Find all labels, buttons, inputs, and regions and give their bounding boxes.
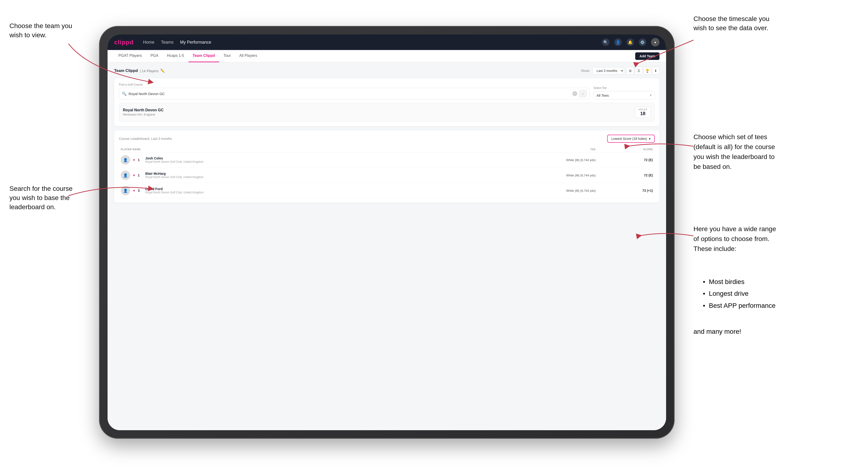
player-club-2: Royal North Devon Golf Club, United King… bbox=[145, 191, 204, 194]
annotation-tees: Choose which set of tees(default is all)… bbox=[693, 132, 775, 172]
tee-label: Select Tee bbox=[593, 86, 655, 90]
and-many-more: and many more! bbox=[693, 328, 741, 335]
player-avatar-0: 👤 bbox=[121, 155, 130, 165]
score-cell-2: 73 (+1) bbox=[597, 183, 655, 198]
search-section: Find a Golf Course 🔍 ✕ ☆ Select Tee All … bbox=[114, 78, 659, 126]
download-icon[interactable]: ⬇ bbox=[652, 67, 659, 74]
col-tee: TEE bbox=[465, 147, 597, 152]
course-search-input[interactable] bbox=[129, 92, 570, 96]
player-name-block-2: David Ford Royal North Devon Golf Club, … bbox=[145, 187, 204, 194]
tee-field: Select Tee All Tees ▾ bbox=[593, 86, 655, 99]
sub-nav-pga[interactable]: PGA bbox=[146, 50, 163, 62]
player-count: | 14 Players bbox=[140, 69, 158, 73]
nav-link-home[interactable]: Home bbox=[143, 40, 154, 45]
sub-nav-hcaps[interactable]: Hcaps 1-5 bbox=[163, 50, 188, 62]
tee-cell-1: White (M) (6,744 yds) bbox=[465, 168, 597, 183]
nav-icons: 🔍 👤 🔔 ⚙️ ● bbox=[602, 38, 659, 46]
avatar[interactable]: ● bbox=[651, 38, 659, 46]
search-row: Find a Golf Course 🔍 ✕ ☆ Select Tee All … bbox=[119, 83, 655, 99]
course-result: Royal North Devon GC Westward Ho!, Engla… bbox=[119, 103, 655, 121]
main-content: Team Clippd | 14 Players ✏️ Show: Last 3… bbox=[107, 62, 666, 430]
col-player: PLAYER NAME bbox=[119, 147, 465, 152]
sub-nav-all-players[interactable]: All Players bbox=[235, 50, 261, 62]
list-view-icon[interactable]: ☰ bbox=[635, 67, 643, 74]
player-name-2: David Ford bbox=[145, 187, 204, 191]
search-input-wrapper: 🔍 ✕ ☆ bbox=[119, 88, 590, 99]
golf-course-label: Find a Golf Course bbox=[119, 83, 590, 86]
annotation-options-title: Here you have a wide rangeof options to … bbox=[693, 224, 776, 254]
view-icons: ⊞ ☰ 🏆 ⬇ bbox=[626, 67, 659, 74]
tee-select[interactable]: All Tees ▾ bbox=[593, 91, 655, 99]
score-cell-0: 72 (E) bbox=[597, 152, 655, 168]
holes-badge: Holes 18 bbox=[635, 106, 651, 118]
player-name-0: Josh Coles bbox=[145, 156, 204, 160]
search-icon-small: 🔍 bbox=[122, 92, 127, 96]
player-cell-2: 👤 ♥ 3 David Ford Royal North Devon Golf … bbox=[119, 183, 465, 198]
score-type-button[interactable]: Lowest Score (18 holes) ▾ bbox=[607, 135, 655, 143]
nav-link-performance[interactable]: My Performance bbox=[180, 40, 211, 45]
leaderboard-table: PLAYER NAME TEE SCORE 👤 ♥ 1 Josh Coles R… bbox=[119, 147, 655, 198]
grid-view-icon[interactable]: ⊞ bbox=[626, 67, 634, 74]
player-name-block-0: Josh Coles Royal North Devon Golf Club, … bbox=[145, 156, 204, 163]
add-team-button[interactable]: Add Team bbox=[635, 52, 659, 60]
time-range-select[interactable]: Last 3 months bbox=[592, 67, 624, 74]
player-club-1: Royal North Devon Golf Club, United King… bbox=[145, 176, 204, 179]
rank-0: 1 bbox=[138, 158, 143, 162]
score-value-2: 73 (+1) bbox=[599, 189, 653, 192]
team-header: Team Clippd | 14 Players ✏️ Show: Last 3… bbox=[114, 67, 659, 74]
chevron-down-icon: ▾ bbox=[650, 93, 652, 97]
bell-icon[interactable]: 🔔 bbox=[626, 38, 634, 46]
clear-search-button[interactable]: ✕ bbox=[572, 91, 577, 96]
nav-links: Home Teams My Performance bbox=[143, 40, 211, 45]
score-cell-1: 72 (E) bbox=[597, 168, 655, 183]
tablet-screen: clippd Home Teams My Performance 🔍 👤 🔔 ⚙… bbox=[107, 34, 666, 430]
tee-value-0: White (M) (6,744 yds) bbox=[566, 158, 596, 162]
sub-nav-team-clippd[interactable]: Team Clippd bbox=[188, 50, 219, 62]
heart-icon-2[interactable]: ♥ bbox=[133, 189, 135, 192]
tee-cell-2: White (M) (6,744 yds) bbox=[465, 183, 597, 198]
annotation-choose-team: Choose the team youwish to view. bbox=[9, 21, 72, 40]
tablet-shell: clippd Home Teams My Performance 🔍 👤 🔔 ⚙… bbox=[99, 26, 675, 439]
heart-icon-0[interactable]: ♥ bbox=[133, 158, 135, 162]
col-score: SCORE bbox=[597, 147, 655, 152]
nav-logo: clippd bbox=[114, 39, 134, 46]
chevron-down-icon: ▾ bbox=[649, 137, 651, 141]
settings-icon[interactable]: ⚙️ bbox=[639, 38, 646, 46]
sub-nav-tour[interactable]: Tour bbox=[219, 50, 235, 62]
search-icon[interactable]: 🔍 bbox=[602, 38, 610, 46]
nav-link-teams[interactable]: Teams bbox=[161, 40, 174, 45]
leaderboard-header: Course Leaderboard, Last 3 months Lowest… bbox=[119, 135, 655, 143]
rank-1: 1 bbox=[138, 173, 143, 177]
show-label: Show: bbox=[581, 69, 590, 73]
player-name-1: Blair McHarg bbox=[145, 172, 204, 176]
player-name-block-1: Blair McHarg Royal North Devon Golf Club… bbox=[145, 172, 204, 179]
sub-nav-pgat[interactable]: PGAT Players bbox=[114, 50, 146, 62]
leaderboard-title: Course Leaderboard, Last 3 months bbox=[119, 136, 172, 141]
annotation-search-course: Search for the courseyou wish to base th… bbox=[9, 184, 73, 212]
player-cell-1: 👤 ♥ 1 Blair McHarg Royal North Devon Gol… bbox=[119, 168, 465, 183]
heart-icon-1[interactable]: ♥ bbox=[133, 173, 135, 177]
course-name: Royal North Devon GC bbox=[123, 108, 163, 112]
player-avatar-2: 👤 bbox=[121, 186, 130, 195]
table-row: 👤 ♥ 1 Blair McHarg Royal North Devon Gol… bbox=[119, 168, 655, 183]
leaderboard-section: Course Leaderboard, Last 3 months Lowest… bbox=[114, 130, 659, 203]
score-value-1: 72 (E) bbox=[599, 173, 653, 177]
annotation-timescale: Choose the timescale youwish to see the … bbox=[693, 14, 769, 33]
golf-course-field: Find a Golf Course 🔍 ✕ ☆ bbox=[119, 83, 590, 99]
table-row: 👤 ♥ 3 David Ford Royal North Devon Golf … bbox=[119, 183, 655, 198]
table-header-row: PLAYER NAME TEE SCORE bbox=[119, 147, 655, 152]
holes-label: Holes bbox=[639, 108, 647, 111]
bullet-points: • Most birdies • Longest drive • Best AP… bbox=[703, 276, 776, 312]
score-value-0: 72 (E) bbox=[599, 158, 653, 162]
player-cell-0: 👤 ♥ 1 Josh Coles Royal North Devon Golf … bbox=[119, 152, 465, 168]
favorite-button[interactable]: ☆ bbox=[579, 90, 587, 97]
table-row: 👤 ♥ 1 Josh Coles Royal North Devon Golf … bbox=[119, 152, 655, 168]
person-icon[interactable]: 👤 bbox=[614, 38, 622, 46]
course-location: Westward Ho!, England bbox=[123, 113, 163, 116]
tee-cell-0: White (M) (6,744 yds) bbox=[465, 152, 597, 168]
course-info: Royal North Devon GC Westward Ho!, Engla… bbox=[123, 108, 163, 116]
rank-2: 3 bbox=[138, 189, 143, 192]
top-nav: clippd Home Teams My Performance 🔍 👤 🔔 ⚙… bbox=[107, 34, 666, 50]
trophy-icon[interactable]: 🏆 bbox=[644, 67, 651, 74]
edit-team-icon[interactable]: ✏️ bbox=[160, 69, 165, 73]
